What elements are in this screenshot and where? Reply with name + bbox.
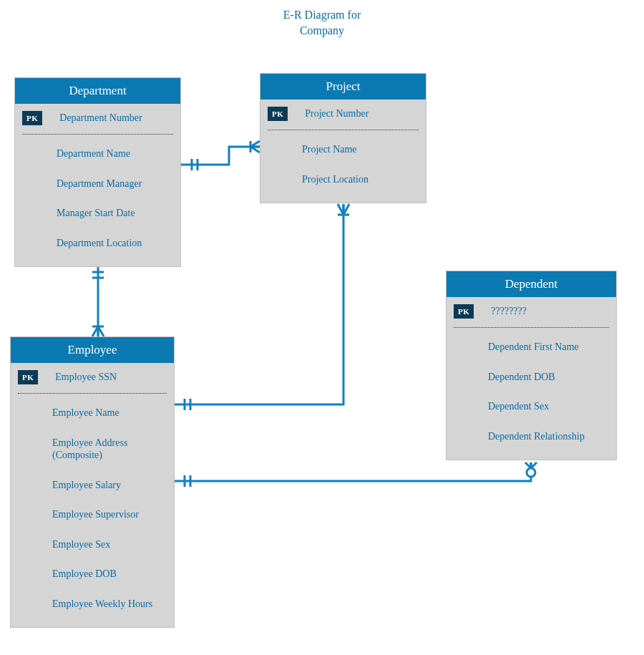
attribute-list: Project Name Project Location — [260, 130, 426, 203]
attribute: Dependent First Name — [454, 332, 609, 362]
attribute: Department Manager — [22, 169, 173, 199]
svg-point-20 — [527, 468, 535, 477]
attribute-list: Department Name Department Manager Manag… — [15, 135, 180, 266]
entity-header: Department — [15, 78, 180, 104]
attribute: Employee DOB — [18, 559, 167, 589]
pk-attribute: Project Number — [305, 108, 369, 120]
pk-row: PK Employee SSN — [11, 363, 174, 393]
svg-line-11 — [98, 326, 104, 336]
pk-badge: PK — [18, 370, 38, 384]
pk-attribute: ???????? — [491, 306, 527, 317]
attribute: Employee Address (Composite) — [18, 428, 167, 470]
entity-header: Project — [260, 74, 426, 100]
pk-badge: PK — [454, 304, 474, 319]
svg-line-21 — [525, 462, 531, 468]
pk-attribute: Department Number — [59, 112, 142, 124]
attribute: Project Name — [268, 135, 419, 165]
attribute-list: Dependent First Name Dependent DOB Depen… — [447, 328, 616, 460]
entity-project: Project PK Project Number Project Name P… — [260, 73, 426, 203]
attribute: Department Location — [22, 228, 173, 258]
pk-attribute: Employee SSN — [55, 372, 117, 383]
title-line-1: E-R Diagram for — [0, 7, 644, 23]
attribute: Dependent Relationship — [454, 422, 609, 452]
entity-header: Dependent — [447, 271, 616, 297]
svg-line-15 — [338, 204, 343, 215]
rel-employee-project — [175, 204, 343, 404]
pk-row: PK Project Number — [260, 100, 426, 130]
entity-employee: Employee PK Employee SSN Employee Name E… — [10, 336, 175, 628]
pk-row: PK ???????? — [447, 297, 616, 327]
attribute: Employee Sex — [18, 530, 167, 560]
attribute: Manager Start Date — [22, 198, 173, 228]
attribute: Employee Salary — [18, 470, 167, 500]
svg-line-5 — [250, 147, 260, 152]
pk-badge: PK — [268, 107, 288, 121]
title-line-2: Company — [0, 23, 644, 39]
svg-line-9 — [92, 326, 98, 336]
rel-employee-dependent — [175, 462, 531, 481]
entity-header: Employee — [11, 337, 174, 363]
attribute: Project Location — [268, 165, 419, 195]
svg-line-23 — [531, 462, 537, 468]
attribute: Dependent DOB — [454, 362, 609, 392]
rel-department-project — [181, 147, 260, 165]
attribute: Employee Name — [18, 398, 167, 428]
pk-row: PK Department Number — [15, 104, 180, 134]
pk-badge: PK — [22, 111, 42, 125]
attribute: Department Name — [22, 139, 173, 169]
attribute: Employee Weekly Hours — [18, 589, 167, 619]
attribute: Employee Supervisor — [18, 500, 167, 530]
entity-department: Department PK Department Number Departme… — [14, 77, 181, 267]
diagram-canvas: E-R Diagram for Company — [0, 0, 644, 655]
svg-line-17 — [343, 204, 349, 215]
entity-dependent: Dependent PK ???????? Dependent First Na… — [446, 271, 617, 460]
diagram-title: E-R Diagram for Company — [0, 7, 644, 38]
attribute: Dependent Sex — [454, 392, 609, 422]
attribute-list: Employee Name Employee Address (Composit… — [11, 394, 174, 627]
svg-line-3 — [250, 141, 260, 147]
